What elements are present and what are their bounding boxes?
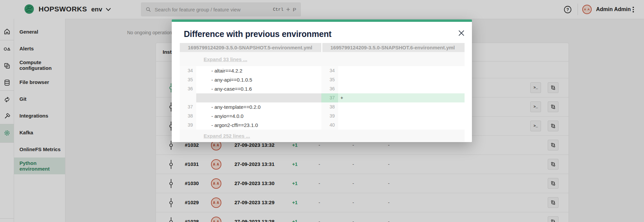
line-number-left: 37 — [180, 102, 196, 112]
diff-line: 37 + — [180, 93, 465, 102]
line-content-right — [338, 75, 465, 84]
diff-line: 37 - any-template==0.2.0 38 — [180, 102, 465, 112]
diff-line: 34 - altair==4.2.2 34 — [180, 66, 465, 75]
modal-title: Difference with previous environment — [184, 29, 331, 39]
line-content-left: - argon2-cffi==23.1.0 — [196, 121, 321, 130]
line-number-left: 35 — [180, 75, 196, 84]
line-content-right — [338, 121, 465, 130]
line-number-left: 39 — [180, 121, 196, 130]
line-content-left: - any-case==0.1.6 — [196, 84, 321, 93]
diff-expand-bottom-row: Expand 252 lines ... — [180, 130, 465, 142]
line-content-left: - any-api==0.1.0.5 — [196, 75, 321, 84]
expand-lines-link[interactable]: Expand 252 lines ... — [204, 133, 250, 139]
app-window: HOPSWORKS env Ctrl P ? A A A — [0, 0, 644, 222]
diff-expand-top-row: Expand 33 lines ... — [180, 52, 465, 66]
added-marker: + — [340, 93, 343, 102]
line-content-left: - anyio==4.0.0 — [196, 112, 321, 121]
line-number-left: 38 — [180, 112, 196, 121]
line-number-right: 38 — [321, 102, 338, 112]
line-content-right: + — [338, 93, 465, 102]
line-number-right: 34 — [321, 66, 338, 75]
expand-lines-link[interactable]: Expand 33 lines ... — [204, 56, 247, 62]
line-number-right: 35 — [321, 75, 338, 84]
diff-viewer: 1695799124209-3.5.0-SNAPSHOT.5-environme… — [180, 43, 465, 142]
diff-file-right: 1695799124209-3.5.0-SNAPSHOT.6-environme… — [322, 43, 465, 52]
diff-line: 36 - any-case==0.1.6 36 — [180, 84, 465, 93]
line-content-right — [338, 66, 465, 75]
diff-modal: Difference with previous environment 169… — [172, 19, 472, 142]
line-number-right: 36 — [321, 84, 338, 93]
line-content-right — [338, 112, 465, 121]
line-number-left: 34 — [180, 66, 196, 75]
diff-line: 39 - argon2-cffi==23.1.0 40 — [180, 121, 465, 130]
line-number-left: 36 — [180, 84, 196, 93]
diff-line: 38 - anyio==4.0.0 39 — [180, 112, 465, 121]
line-content-left: - any-template==0.2.0 — [196, 102, 321, 112]
close-icon[interactable] — [457, 29, 466, 38]
line-number-left — [180, 93, 196, 102]
diff-file-headers: 1695799124209-3.5.0-SNAPSHOT.5-environme… — [180, 43, 465, 52]
line-number-right: 39 — [321, 112, 338, 121]
line-content-left: - altair==4.2.2 — [196, 66, 321, 75]
line-content-right — [338, 84, 465, 93]
diff-file-left: 1695799124209-3.5.0-SNAPSHOT.5-environme… — [180, 43, 321, 52]
line-content-right — [338, 102, 465, 112]
line-number-right: 40 — [321, 121, 338, 130]
diff-line: 35 - any-api==0.1.0.5 35 — [180, 75, 465, 84]
line-number-right: 37 — [321, 93, 338, 102]
line-content-left — [196, 93, 321, 102]
diff-lines: 34 - altair==4.2.2 34 35 - any-api==0.1.… — [180, 66, 465, 130]
